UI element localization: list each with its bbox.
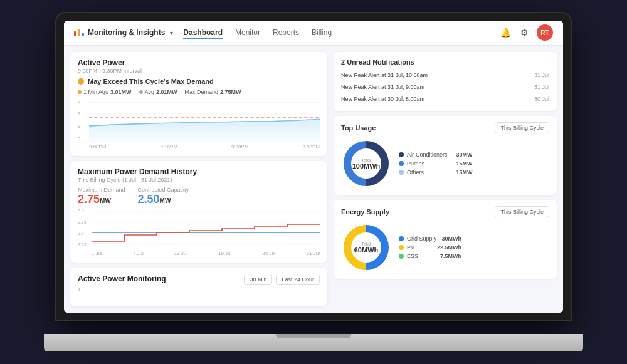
- settings-icon[interactable]: ⚙: [518, 26, 530, 39]
- alert-text: May Exceed This Cycle's Max Demand: [88, 78, 214, 85]
- others-value: 15MW: [451, 169, 473, 175]
- monitoring-controls: 30 Min Last 24 Hour: [244, 274, 320, 285]
- top-usage-cycle-btn[interactable]: This Billing Cycle: [495, 122, 549, 133]
- usage-legend-ac: Air-Conditioners 30MW: [399, 152, 473, 158]
- grid-supply-value: 30MWh: [440, 236, 461, 242]
- notif-1-text: New Peak Alert at 31 Jul, 10:00am: [341, 72, 428, 78]
- stat-dot-2: [139, 90, 143, 94]
- supply-cycle-btn[interactable]: This Billing Cycle: [495, 206, 549, 217]
- bar1: [74, 31, 76, 36]
- usage-legend-pumps: Pumps 15MW: [399, 160, 473, 167]
- active-power-chart: [89, 99, 320, 143]
- usage-legend-others: Others 15MW: [399, 169, 473, 175]
- bar2: [78, 29, 80, 36]
- energy-supply-title: Energy Supply: [341, 208, 389, 216]
- brand[interactable]: Monitoring & Insights ▾: [74, 28, 173, 37]
- contracted-unit: MW: [160, 197, 171, 204]
- max-power-title: Maximum Power Demand History: [78, 167, 320, 176]
- max-power-chart: [92, 209, 320, 249]
- main-content: Active Power 9:00PM - 9:30PM Interval Ma…: [64, 46, 563, 313]
- monitoring-svg: [92, 288, 320, 306]
- notif-3-date: 30 Jul: [534, 96, 549, 102]
- nav-monitor[interactable]: Monitor: [235, 26, 260, 39]
- pv-supply-value: 22.5MWh: [437, 244, 461, 251]
- monitoring-y-labels: 4 3 2 1 0: [78, 288, 90, 306]
- interval-select[interactable]: 30 Min: [244, 274, 272, 285]
- active-power-subtitle: 9:00PM - 9:30PM Interval: [78, 68, 320, 74]
- right-panel: 2 Unread Notifications New Peak Alert at…: [334, 46, 563, 313]
- stat-val-2: 2.01MW: [156, 89, 177, 95]
- supply-legend-pv: PV 22.5MWh: [399, 244, 461, 251]
- contracted-label: Contracted Capacity: [138, 187, 189, 193]
- supply-legend: Grid Supply 30MWh PV 22.5MWh: [399, 236, 461, 259]
- brand-dropdown-icon[interactable]: ▾: [170, 29, 173, 36]
- usage-total-value: 100MWh: [352, 162, 381, 169]
- ess-supply-value: 7.5MWh: [440, 253, 461, 259]
- top-usage-card: Top Usage This Billing Cycle: [334, 116, 557, 195]
- power-stats: 1 Min Ago 3.01MW Avg 2.01MW Max Demand: [78, 89, 320, 95]
- notifications-title: 2 Unread Notifications: [341, 58, 549, 66]
- pv-supply-label: PV: [407, 244, 414, 251]
- nav-dashboard[interactable]: Dashboard: [183, 26, 223, 39]
- avatar[interactable]: RT: [537, 24, 553, 41]
- brand-title: Monitoring & Insights: [88, 28, 165, 37]
- top-usage-donut: Total 100MWh: [341, 138, 391, 189]
- navbar: Monitoring & Insights ▾ Dashboard Monito…: [64, 21, 563, 46]
- pumps-value: 15MW: [451, 160, 473, 167]
- ac-dot: [399, 152, 404, 157]
- left-panel: Active Power 9:00PM - 9:30PM Interval Ma…: [64, 46, 334, 313]
- max-power-x-labels: 1 Jul 7 Jul 13 Jul 19 Jul 25 Jul 31 Jul: [92, 251, 320, 256]
- monitoring-header: Active Power Monitoring 30 Min Last 24 H…: [78, 274, 320, 285]
- top-usage-title: Top Usage: [341, 124, 376, 132]
- grid-supply-label: Grid Supply: [407, 236, 436, 242]
- nav-reports[interactable]: Reports: [273, 26, 299, 39]
- stat-val-3: 2.75MW: [220, 89, 241, 95]
- top-usage-legend: Air-Conditioners 30MW Pumps 15MW: [399, 152, 473, 175]
- stat-max: Max Demand 2.75MW: [184, 89, 241, 95]
- pumps-dot: [399, 161, 404, 166]
- alert-dot: [78, 78, 84, 85]
- notif-2: New Peak Alert at 31 Jul, 9:00am 31 Jul: [341, 81, 549, 93]
- pumps-label: Pumps: [407, 160, 424, 167]
- active-power-y-labels: 3 2 1 0: [78, 99, 88, 141]
- max-demand-stat: Maximum Demand 2.75MW: [78, 187, 125, 206]
- others-dot: [399, 170, 404, 175]
- navbar-right: 🔔 ⚙ RT: [499, 24, 553, 41]
- max-power-header: Maximum Demand 2.75MW Contracted Capacit…: [78, 187, 320, 206]
- notif-3: New Peak Alert at 30 Jul, 8:00am 30 Jul: [341, 93, 549, 105]
- ess-supply-label: ESS: [407, 253, 418, 259]
- nav-billing[interactable]: Billing: [312, 26, 332, 39]
- max-power-y-labels: 3.0 2.75 2.5 2.25: [78, 209, 90, 247]
- energy-supply-donut-label: Total 60MWh: [354, 241, 379, 253]
- supply-legend-ess: ESS 7.5MWh: [399, 253, 461, 259]
- notif-2-text: New Peak Alert at 31 Jul, 9:00am: [341, 84, 424, 90]
- active-power-x-labels: 9:00PM 9:10PM 9:20PM 9:30PM: [89, 144, 320, 150]
- monitoring-title: Active Power Monitoring: [78, 274, 166, 283]
- usage-content: Total 100MWh Air-Conditioners 30MW: [341, 138, 549, 189]
- top-usage-donut-label: Total 100MWh: [352, 157, 381, 169]
- laptop-base: [44, 334, 583, 351]
- range-select[interactable]: Last 24 Hour: [276, 274, 320, 285]
- contracted-value: 2.50: [138, 193, 160, 205]
- max-power-card: Maximum Power Demand History This Billin…: [70, 161, 327, 263]
- supply-total-value: 60MWh: [354, 246, 379, 253]
- max-demand-unit: MW: [100, 197, 111, 204]
- stat-val-1: 3.01MW: [110, 89, 132, 95]
- usage-header: Top Usage This Billing Cycle: [341, 122, 549, 133]
- max-power-svg: [92, 209, 320, 249]
- alert-banner: May Exceed This Cycle's Max Demand: [78, 78, 320, 85]
- grid-dot: [399, 236, 404, 241]
- supply-legend-grid: Grid Supply 30MWh: [399, 236, 461, 242]
- max-demand-value: 2.75: [78, 193, 100, 205]
- notif-1-date: 31 Jul: [534, 72, 549, 78]
- brand-icon: [74, 29, 84, 36]
- notif-1: New Peak Alert at 31 Jul, 10:00am 31 Jul: [341, 70, 549, 81]
- usage-total-label: Total: [352, 157, 381, 162]
- ac-value: 30MW: [451, 152, 473, 158]
- ac-label: Air-Conditioners: [407, 152, 448, 158]
- supply-total-label: Total: [354, 241, 379, 246]
- stat-1min: 1 Min Ago 3.01MW: [78, 89, 132, 95]
- bell-icon[interactable]: 🔔: [499, 26, 512, 39]
- stat-dot-1: [78, 90, 82, 94]
- others-label: Others: [407, 169, 424, 175]
